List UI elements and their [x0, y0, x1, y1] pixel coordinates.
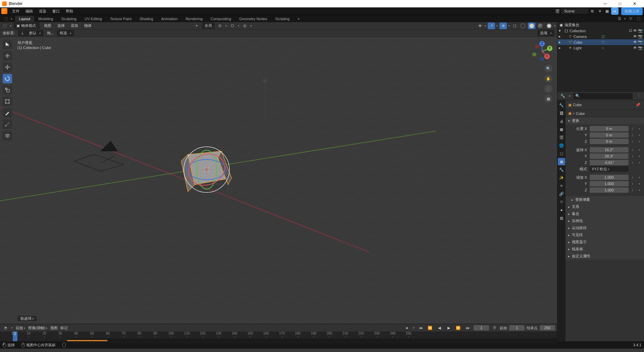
- proportional-icon[interactable]: ◎: [241, 23, 248, 29]
- pin-icon[interactable]: 📌: [635, 101, 641, 108]
- menu-edit[interactable]: 编辑: [23, 8, 36, 14]
- coord-selector[interactable]: ⊥ 默认: [18, 30, 44, 36]
- cloud-icon[interactable]: ∞: [611, 7, 619, 15]
- panel-visibility[interactable]: 可见性: [566, 231, 644, 238]
- ptab-collection[interactable]: ▢: [558, 150, 565, 157]
- filter-icon[interactable]: ▽: [627, 15, 634, 22]
- snap-icon[interactable]: ⬡: [229, 23, 236, 29]
- render-icon[interactable]: 📷: [638, 34, 643, 39]
- link-icon[interactable]: ⁞: [630, 127, 635, 131]
- gizmo-visibility-icon[interactable]: 👁: [477, 23, 483, 29]
- outliner-new-icon[interactable]: ⬚: [635, 15, 642, 22]
- nav-perspective-icon[interactable]: ▦: [544, 95, 552, 103]
- blender-logo-icon[interactable]: [1, 8, 7, 14]
- ptab-output[interactable]: 🖨: [558, 118, 565, 125]
- ptab-modifiers[interactable]: 🔧: [558, 166, 565, 173]
- props-options-icon[interactable]: ⋮: [635, 93, 642, 99]
- menu-render[interactable]: 渲染: [36, 8, 49, 14]
- scene-selector[interactable]: Scene: [561, 8, 588, 14]
- overlay-toggle[interactable]: ⊕: [499, 23, 507, 29]
- rotation-mode[interactable]: XYZ 欧拉: [590, 166, 629, 172]
- add-workspace-button[interactable]: +: [293, 16, 304, 22]
- minimize-button[interactable]: —: [598, 1, 612, 6]
- options-dropdown[interactable]: 选项: [537, 30, 554, 36]
- nav-camera-icon[interactable]: 🎥: [544, 85, 552, 93]
- outliner-cube[interactable]: ▸ ▽ Cube ▽ 👁📷: [557, 39, 644, 45]
- upload-button[interactable]: 拖拽上传: [621, 7, 643, 15]
- tab-texturepaint[interactable]: Texture Paint: [106, 16, 136, 22]
- outliner-light[interactable]: ▸ ☀ Light ○ 👁📷: [557, 45, 644, 51]
- tab-uvediting[interactable]: UV Editing: [80, 16, 106, 22]
- ptab-scene[interactable]: 🎬: [558, 134, 565, 141]
- tab-sculpting[interactable]: Sculpting: [57, 16, 80, 22]
- tl-view[interactable]: 视图: [50, 325, 58, 331]
- rot-z[interactable]: -5.81°: [590, 160, 629, 165]
- tool-annotate[interactable]: [3, 108, 12, 118]
- tool-add-cube[interactable]: [3, 131, 12, 140]
- ptab-world[interactable]: 🌐: [558, 142, 565, 149]
- orientation-selector[interactable]: 全局: [202, 23, 215, 29]
- tab-scripting[interactable]: Scripting: [271, 16, 293, 22]
- nav-zoom-icon[interactable]: 🔍: [544, 64, 552, 73]
- editor-type-viewport-icon[interactable]: ⬚: [1, 23, 8, 29]
- editor-type-icon[interactable]: ⬚: [3, 15, 9, 22]
- tab-animation[interactable]: Animation: [157, 16, 182, 22]
- tl-playback[interactable]: 回放: [16, 325, 25, 331]
- vp-menu-select[interactable]: 选择: [55, 23, 67, 29]
- jump-prev-key-icon[interactable]: ⏪: [427, 324, 433, 331]
- ptab-viewlayer[interactable]: ▦: [558, 126, 565, 133]
- tool-measure[interactable]: [3, 120, 12, 129]
- scale-y[interactable]: 1.000: [590, 181, 629, 186]
- tab-modeling[interactable]: Modeling: [34, 16, 57, 22]
- viewlayer-icon[interactable]: ▦: [604, 8, 610, 14]
- last-op-panel[interactable]: 轨迹球: [17, 315, 38, 322]
- ptab-tool[interactable]: 🔧: [558, 101, 565, 109]
- panel-lineart[interactable]: 线条画: [566, 246, 644, 253]
- mode-selector[interactable]: ▣ 物体模式: [14, 23, 40, 29]
- panel-relations[interactable]: 关系: [566, 203, 644, 210]
- tl-keying[interactable]: 抠像(插帧): [28, 325, 48, 331]
- eye-icon[interactable]: 👁: [633, 29, 637, 33]
- checkbox-icon[interactable]: ☑: [629, 29, 632, 33]
- eye-icon[interactable]: 👁: [633, 34, 637, 39]
- tool-move[interactable]: [3, 62, 12, 72]
- rot-x[interactable]: 16.2°: [590, 147, 629, 152]
- panel-delta[interactable]: 变换增量: [566, 196, 644, 203]
- delete-scene-button[interactable]: ✕: [596, 8, 603, 14]
- panel-viewport-display[interactable]: 视图显示: [566, 238, 644, 246]
- timeline-ruler[interactable]: 1 01020304050607080901001101201301401501…: [0, 332, 557, 341]
- tab-rendering[interactable]: Rendering: [181, 16, 207, 22]
- panel-motion[interactable]: 运动路径: [566, 224, 644, 231]
- orientation-icon[interactable]: ⌖: [193, 23, 200, 29]
- ptab-material[interactable]: ●: [558, 206, 565, 214]
- ptab-render[interactable]: 🖼: [558, 109, 565, 117]
- jump-start-icon[interactable]: ⏮: [417, 324, 424, 331]
- render-icon[interactable]: 📷: [638, 29, 643, 33]
- scale-x[interactable]: 1.000: [590, 175, 629, 180]
- panel-transform[interactable]: 变换: [566, 117, 644, 124]
- panel-custom-props[interactable]: 自定义属性: [566, 253, 644, 260]
- vp-menu-add[interactable]: 添加: [69, 23, 80, 29]
- ptab-physics[interactable]: ⚛: [558, 182, 565, 189]
- outliner-root[interactable]: ▣ 场景集合: [557, 22, 644, 28]
- play-icon[interactable]: ▶: [445, 324, 452, 331]
- rot-y[interactable]: 28.3°: [590, 153, 629, 159]
- close-button[interactable]: ✕: [627, 1, 642, 6]
- shading-wireframe[interactable]: [519, 23, 527, 29]
- viewport-3d[interactable]: 用户透视 (1) Collection | Cube Y Z: [0, 37, 557, 324]
- tool-transform[interactable]: [3, 97, 12, 106]
- timeline-editor-icon[interactable]: ◔: [2, 324, 9, 331]
- ptab-particles[interactable]: ✨: [558, 174, 565, 181]
- tab-geonodes[interactable]: Geometry Nodes: [235, 16, 271, 22]
- ptab-constraints[interactable]: 🔗: [558, 190, 565, 197]
- jump-end-icon[interactable]: ⏭: [464, 324, 471, 331]
- ptab-object[interactable]: ▣: [558, 158, 565, 165]
- menu-window[interactable]: 窗口: [50, 8, 62, 14]
- shading-rendered[interactable]: [545, 23, 553, 29]
- ptab-data[interactable]: ▽: [558, 198, 565, 206]
- props-editor-icon[interactable]: 🔧: [559, 93, 566, 99]
- jump-next-key-icon[interactable]: ⏩: [455, 324, 462, 331]
- outliner-camera[interactable]: ▸ ▽ Camera ◫ 👁📷: [557, 34, 644, 39]
- xray-toggle[interactable]: ▢: [511, 23, 518, 29]
- tool-cursor[interactable]: [3, 51, 12, 60]
